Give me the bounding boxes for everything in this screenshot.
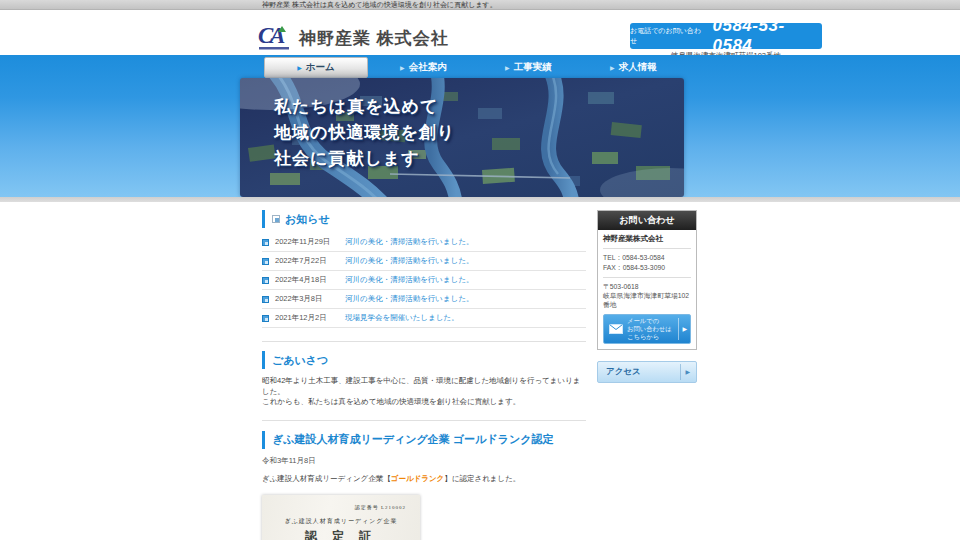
certification-gold-rank: ゴールドランク <box>391 474 445 483</box>
hero-image: 私たちは真を込めて 地域の快適環境を創り 社会に貢献します <box>240 78 684 197</box>
phone-badge: お電話でのお問い合わせ 0584-53-0584 <box>630 23 822 49</box>
company-logo[interactable]: C A 神野産業 株式会社 <box>258 22 449 54</box>
access-button-label: アクセス <box>606 366 641 378</box>
news-link[interactable]: 河川の美化・清掃活動を行いました。 <box>345 275 474 285</box>
news-section-icon <box>272 215 280 223</box>
access-button[interactable]: アクセス ▶ <box>597 361 697 383</box>
news-section: お知らせ 2022年11月29日 河川の美化・清掃活動を行いました。 2022年… <box>262 210 586 328</box>
contact-box: お問い合わせ 神野産業株式会社 TEL：0584-53-0584 FAX：058… <box>597 210 697 350</box>
logo-icon: C A <box>258 22 294 54</box>
phone-label: お電話でのお問い合わせ <box>630 26 707 46</box>
nav-works-label: 工事実績 <box>514 61 552 74</box>
news-bullet-icon <box>262 277 269 284</box>
site-header: C A 神野産業 株式会社 お電話でのお問い合わせ 0584-53-0584 岐… <box>0 10 960 55</box>
hero-slogan-line1: 私たちは真を込めて <box>274 94 455 120</box>
nav-arrow-icon: ▶ <box>297 64 302 71</box>
nav-arrow-icon: ▶ <box>400 64 405 71</box>
sidebar: お問い合わせ 神野産業株式会社 TEL：0584-53-0584 FAX：058… <box>597 210 697 383</box>
company-name: 神野産業 株式会社 <box>299 27 449 50</box>
nav-company[interactable]: ▶ 会社案内 <box>400 57 447 78</box>
news-link[interactable]: 河川の美化・清掃活動を行いました。 <box>345 256 474 266</box>
greeting-header: ごあいさつ <box>262 351 586 369</box>
certification-body: ぎふ建設人材育成リーディング企業【ゴールドランク】に認定されました。 <box>262 474 586 484</box>
mail-button-arrow-icon: ▶ <box>678 318 687 340</box>
nav-recruit-label: 求人情報 <box>619 61 657 74</box>
news-date: 2022年3月8日 <box>275 294 345 304</box>
hero-slogan-line2: 地域の快適環境を創り <box>274 120 455 146</box>
certificate-number: 認定番号 L210002 <box>355 504 406 510</box>
contact-postal: 〒503-0618 <box>603 282 691 291</box>
certification-title: ぎふ建設人材育成リーディング企業 ゴールドランク認定 <box>272 432 553 447</box>
nav-home-label: ホーム <box>306 61 335 74</box>
news-bullet-icon <box>262 296 269 303</box>
certificate-photo: 認定番号 L210002 ぎふ建設人材育成リーディング企業 認 定 証 神野産業… <box>262 495 420 540</box>
news-row: 2022年4月18日 河川の美化・清掃活動を行いました。 <box>262 271 586 290</box>
news-link[interactable]: 現場見学会を開催いたしました。 <box>345 313 459 323</box>
mail-icon <box>609 324 623 334</box>
news-row: 2022年7月22日 河川の美化・清掃活動を行いました。 <box>262 252 586 271</box>
svg-text:A: A <box>268 23 285 48</box>
certification-body-suffix: 】に認定されました。 <box>444 474 520 483</box>
nav-recruit[interactable]: ▶ 求人情報 <box>610 57 657 78</box>
news-bullet-icon <box>262 239 269 246</box>
news-date: 2022年11月29日 <box>275 237 345 247</box>
nav-home[interactable]: ▶ ホーム <box>264 57 368 78</box>
news-date: 2022年4月18日 <box>275 275 345 285</box>
news-link[interactable]: 河川の美化・清掃活動を行いました。 <box>345 237 474 247</box>
contact-address: 〒503-0618 岐阜県海津市海津町草場102番地 <box>603 278 691 314</box>
contact-company: 神野産業株式会社 <box>603 234 691 249</box>
phone-number: 0584-53-0584 <box>713 16 823 56</box>
certification-body-prefix: ぎふ建設人材育成リーディング企業【 <box>262 474 391 483</box>
mail-label-line1: メールでの <box>627 317 659 324</box>
contact-fax: FAX：0584-53-3090 <box>603 263 691 273</box>
greeting-body: 昭和42年より土木工事、建設工事を中心に、品質・環境に配慮した地域創りを行ってま… <box>262 376 586 408</box>
news-row: 2021年12月2日 現場見学会を開催いたしました。 <box>262 309 586 328</box>
page: 神野産業 株式会社は真を込めて地域の快適環境を創り社会に貢献します。 C A 神… <box>0 0 960 540</box>
mail-contact-button[interactable]: メールでの お問い合わせは こちらから ▶ <box>603 314 691 344</box>
certificate-title: 認 定 証 <box>262 528 420 540</box>
mail-label-line2: お問い合わせは <box>627 325 672 332</box>
news-link[interactable]: 河川の美化・清掃活動を行いました。 <box>345 294 474 304</box>
news-title: お知らせ <box>285 212 330 227</box>
news-list: 2022年11月29日 河川の美化・清掃活動を行いました。 2022年7月22日… <box>262 233 586 328</box>
news-header: お知らせ <box>262 210 586 228</box>
certification-header: ぎふ建設人材育成リーディング企業 ゴールドランク認定 <box>262 431 586 449</box>
nav-works[interactable]: ▶ 工事実績 <box>505 57 552 78</box>
main-content: お知らせ 2022年11月29日 河川の美化・清掃活動を行いました。 2022年… <box>262 210 586 540</box>
access-button-arrow-icon: ▶ <box>680 364 690 380</box>
news-row: 2022年11月29日 河川の美化・清掃活動を行いました。 <box>262 233 586 252</box>
news-date: 2022年7月22日 <box>275 256 345 266</box>
band-divider <box>0 197 960 202</box>
certification-date: 令和3年11月8日 <box>262 456 586 466</box>
nav-arrow-icon: ▶ <box>505 64 510 71</box>
certification-section: ぎふ建設人材育成リーディング企業 ゴールドランク認定 令和3年11月8日 ぎふ建… <box>262 420 586 540</box>
news-bullet-icon <box>262 258 269 265</box>
greeting-body-line2: これからも、私たちは真を込めて地域の快適環境を創り社会に貢献します。 <box>262 397 586 408</box>
news-date: 2021年12月2日 <box>275 313 345 323</box>
greeting-title: ごあいさつ <box>272 353 328 368</box>
mail-button-label: メールでの お問い合わせは こちらから <box>627 317 672 341</box>
hero-slogan-line3: 社会に貢献します <box>274 146 455 172</box>
hero-slogan: 私たちは真を込めて 地域の快適環境を創り 社会に貢献します <box>274 94 455 172</box>
hero-band: ▶ ホーム ▶ 会社案内 ▶ 工事実績 ▶ 求人情報 <box>0 55 960 197</box>
contact-box-body: 神野産業株式会社 TEL：0584-53-0584 FAX：0584-53-30… <box>598 230 696 349</box>
contact-tel: TEL：0584-53-0584 <box>603 253 691 263</box>
contact-telfax: TEL：0584-53-0584 FAX：0584-53-3090 <box>603 249 691 278</box>
nav-arrow-icon: ▶ <box>610 64 615 71</box>
greeting-section: ごあいさつ 昭和42年より土木工事、建設工事を中心に、品質・環境に配慮した地域創… <box>262 341 586 408</box>
contact-address-line: 岐阜県海津市海津町草場102番地 <box>603 291 691 309</box>
news-row: 2022年3月8日 河川の美化・清掃活動を行いました。 <box>262 290 586 309</box>
main-nav: ▶ ホーム ▶ 会社案内 ▶ 工事実績 ▶ 求人情報 <box>264 57 696 79</box>
mail-label-line3: こちらから <box>627 333 659 340</box>
greeting-body-line1: 昭和42年より土木工事、建設工事を中心に、品質・環境に配慮した地域創りを行ってま… <box>262 376 586 397</box>
certificate-program-name: ぎふ建設人材育成リーディング企業 <box>262 517 420 526</box>
contact-box-title: お問い合わせ <box>598 211 696 230</box>
news-bullet-icon <box>262 315 269 322</box>
nav-company-label: 会社案内 <box>409 61 447 74</box>
site-tagline: 神野産業 株式会社は真を込めて地域の快適環境を創り社会に貢献します。 <box>0 0 960 10</box>
